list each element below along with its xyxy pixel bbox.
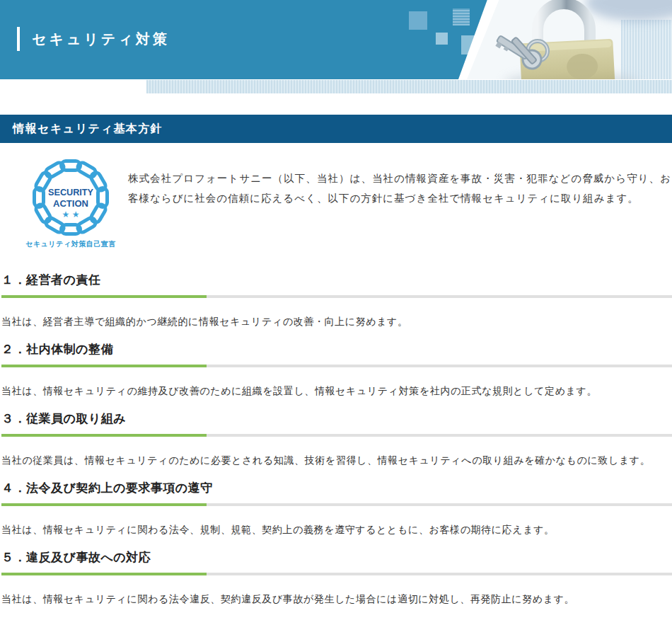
hero-banner: セキュリティ対策 xyxy=(0,0,672,79)
policy-heading: ５．違反及び事故への対応 xyxy=(1,549,672,566)
policy-body: 当社は、経営者主導で組織的かつ継続的に情報セキュリティの改善・向上に努めます。 xyxy=(1,314,672,328)
security-action-badge: SECURITY ACTION ★ ★ セキュリティ対策自己宣言 xyxy=(25,153,117,249)
policy-section-title: 情報セキュリティ基本方針 xyxy=(13,122,163,137)
policy-heading: １．経営者の責任 xyxy=(1,272,672,289)
svg-text:ACTION: ACTION xyxy=(53,198,88,209)
policy-body: 当社は、情報セキュリティに関わる法令、規制、規範、契約上の義務を遵守するとともに… xyxy=(1,522,672,537)
page-title: セキュリティ対策 xyxy=(32,30,170,49)
decor-square xyxy=(436,33,448,45)
policy-heading: ２．社内体制の整備 xyxy=(1,341,672,358)
decor-square xyxy=(453,8,470,25)
heading-underline xyxy=(1,295,672,298)
policy-body: 当社は、情報セキュリティに関わる法令違反、契約違反及び事故が発生した場合には適切… xyxy=(1,592,672,606)
policy-heading: ４．法令及び契約上の要求事項の遵守 xyxy=(1,480,672,497)
striped-band xyxy=(146,80,672,93)
intro-paragraph: 株式会社プロフォートサニー（以下、当社）は、当社の情報資産を事故・災害・犯罪など… xyxy=(128,168,671,249)
heading-underline xyxy=(1,365,672,367)
intro-section: SECURITY ACTION ★ ★ セキュリティ対策自己宣言 株式会社プロフ… xyxy=(0,143,672,249)
heading-underline xyxy=(1,573,672,575)
svg-text:SECURITY: SECURITY xyxy=(48,187,93,197)
security-action-chain-icon: SECURITY ACTION ★ ★ xyxy=(32,159,110,236)
policy-section-1: １．経営者の責任 当社は、経営者主導で組織的かつ継続的に情報セキュリティの改善・… xyxy=(1,272,672,328)
policy-section-bar: 情報セキュリティ基本方針 xyxy=(0,115,672,143)
svg-text:★ ★: ★ ★ xyxy=(62,210,80,219)
decor-square xyxy=(409,11,427,30)
heading-underline xyxy=(1,434,672,437)
heading-underline xyxy=(1,503,672,506)
policy-body: 当社は、情報セキュリティの維持及び改善のために組織を設置し、情報セキュリティ対策… xyxy=(1,384,672,398)
policy-section-5: ５．違反及び事故への対応 当社は、情報セキュリティに関わる法令違反、契約違反及び… xyxy=(1,549,672,606)
policy-list: １．経営者の責任 当社は、経営者主導で組織的かつ継続的に情報セキュリティの改善・… xyxy=(0,272,672,606)
policy-heading: ３．従業員の取り組み xyxy=(1,411,672,428)
policy-body: 当社の従業員は、情報セキュリティのために必要とされる知識、技術を習得し、情報セキ… xyxy=(1,453,672,467)
policy-section-3: ３．従業員の取り組み 当社の従業員は、情報セキュリティのために必要とされる知識、… xyxy=(1,411,672,467)
policy-section-4: ４．法令及び契約上の要求事項の遵守 当社は、情報セキュリティに関わる法令、規制、… xyxy=(1,480,672,537)
policy-section-2: ２．社内体制の整備 当社は、情報セキュリティの維持及び改善のために組織を設置し、… xyxy=(1,341,672,398)
title-accent-bar xyxy=(17,27,20,51)
badge-caption: セキュリティ対策自己宣言 xyxy=(25,239,115,249)
